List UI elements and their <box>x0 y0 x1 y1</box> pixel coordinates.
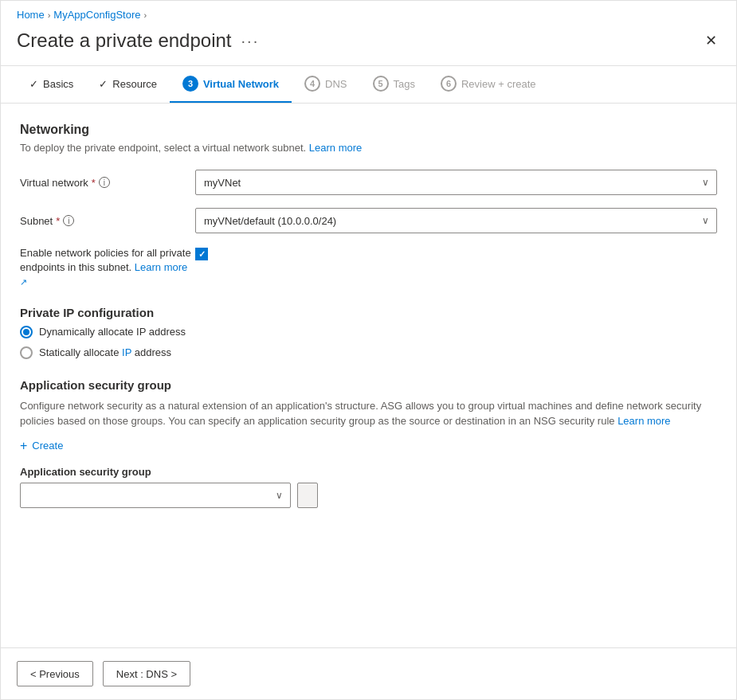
tab-vnet-label: Virtual Network <box>203 78 279 90</box>
virtual-network-label: Virtual network * i <box>20 177 195 189</box>
networking-section: Networking To deploy the private endpoin… <box>20 123 717 290</box>
subnet-select-wrapper: myVNet/default (10.0.0.0/24) ∨ <box>195 208 717 233</box>
asg-create-label: Create <box>32 440 63 452</box>
ip-allocation-radio-group: Dynamically allocate IP address Statical… <box>20 326 717 359</box>
breadcrumb-chevron1: › <box>48 10 51 20</box>
asg-learn-more-link[interactable]: Learn more <box>617 415 670 427</box>
dynamic-ip-option[interactable]: Dynamically allocate IP address <box>20 326 717 338</box>
asg-select-wrapper: ∨ <box>20 483 291 508</box>
network-policies-label: Enable network policies for all private … <box>20 246 195 290</box>
header-ellipsis-menu[interactable]: ··· <box>241 32 260 50</box>
dynamic-ip-label: Dynamically allocate IP address <box>39 326 186 338</box>
close-button[interactable]: ✕ <box>702 29 720 53</box>
wizard-footer: < Previous Next : DNS > <box>1 647 736 699</box>
private-ip-section: Private IP configuration Dynamically all… <box>20 306 717 359</box>
tab-dns-label: DNS <box>325 78 347 90</box>
dynamic-ip-radio-inner <box>23 329 29 335</box>
networking-desc: To deploy the private endpoint, select a… <box>20 142 717 154</box>
virtual-network-info-icon[interactable]: i <box>99 177 110 188</box>
asg-field-label: Application security group <box>20 466 717 478</box>
tab-circle-review: 6 <box>441 76 457 92</box>
networking-learn-more-link[interactable]: Learn more <box>309 142 362 154</box>
asg-title: Application security group <box>20 378 717 392</box>
tab-tags[interactable]: 5 Tags <box>360 66 428 103</box>
static-ip-option[interactable]: Statically allocate IP address <box>20 346 717 359</box>
tab-tags-label: Tags <box>394 78 415 90</box>
static-ip-label: Statically allocate IP address <box>39 346 171 358</box>
asg-create-button[interactable]: + Create <box>20 439 63 453</box>
virtual-network-select[interactable]: myVNet <box>195 170 717 195</box>
virtual-network-row: Virtual network * i myVNet ∨ <box>20 170 717 195</box>
tab-circle-vnet: 3 <box>182 76 198 92</box>
asg-add-button[interactable] <box>297 483 318 508</box>
network-policies-checkbox[interactable]: ✓ <box>195 248 208 260</box>
breadcrumb-resource[interactable]: MyAppConfigStore <box>53 9 140 21</box>
tab-virtual-network[interactable]: 3 Virtual Network <box>170 66 292 103</box>
virtual-network-select-wrapper: myVNet ∨ <box>195 170 717 195</box>
tab-review-create[interactable]: 6 Review + create <box>428 66 549 103</box>
tab-basics[interactable]: ✓ Basics <box>17 68 86 101</box>
subnet-select[interactable]: myVNet/default (10.0.0.0/24) <box>195 208 717 233</box>
tab-resource-label: Resource <box>112 78 157 90</box>
required-star: * <box>92 177 96 189</box>
networking-title: Networking <box>20 123 717 137</box>
tab-dns[interactable]: 4 DNS <box>292 66 359 103</box>
resource-check-icon: ✓ <box>99 78 108 90</box>
plus-icon: + <box>20 439 27 453</box>
subnet-label: Subnet * i <box>20 215 195 227</box>
checkbox-check-icon: ✓ <box>198 249 206 260</box>
private-ip-title: Private IP configuration <box>20 306 717 319</box>
tab-resource[interactable]: ✓ Resource <box>86 68 170 101</box>
wizard-tabs: ✓ Basics ✓ Resource 3 Virtual Network 4 … <box>1 66 736 104</box>
tab-basics-label: Basics <box>43 78 73 90</box>
subnet-control: myVNet/default (10.0.0.0/24) ∨ <box>195 208 717 233</box>
tab-circle-tags: 5 <box>373 76 389 92</box>
subnet-required-star: * <box>56 215 60 227</box>
previous-button[interactable]: < Previous <box>17 661 93 686</box>
next-button[interactable]: Next : DNS > <box>103 661 190 686</box>
asg-select-row: ∨ <box>20 483 717 508</box>
main-content: Networking To deploy the private endpoin… <box>1 104 736 647</box>
breadcrumb-chevron2: › <box>143 10 147 20</box>
virtual-network-control: myVNet ∨ <box>195 170 717 195</box>
tab-review-label: Review + create <box>461 78 536 90</box>
page-header: Create a private endpoint ··· ✕ <box>1 25 736 66</box>
subnet-row: Subnet * i myVNet/default (10.0.0.0/24) … <box>20 208 717 233</box>
breadcrumb-home[interactable]: Home <box>17 9 45 21</box>
asg-description: Configure network security as a natural … <box>20 398 717 429</box>
page-title: Create a private endpoint <box>17 29 232 52</box>
static-ip-radio-outer <box>20 346 33 359</box>
tab-circle-dns: 4 <box>304 76 320 92</box>
basics-check-icon: ✓ <box>29 78 38 90</box>
asg-section: Application security group Configure net… <box>20 378 717 508</box>
asg-select[interactable] <box>20 483 291 508</box>
subnet-info-icon[interactable]: i <box>63 215 74 226</box>
dynamic-ip-radio-outer <box>20 326 33 338</box>
breadcrumb: Home › MyAppConfigStore › <box>1 1 736 25</box>
network-policies-row: Enable network policies for all private … <box>20 246 717 290</box>
network-policies-checkbox-wrapper: ✓ <box>195 246 208 260</box>
